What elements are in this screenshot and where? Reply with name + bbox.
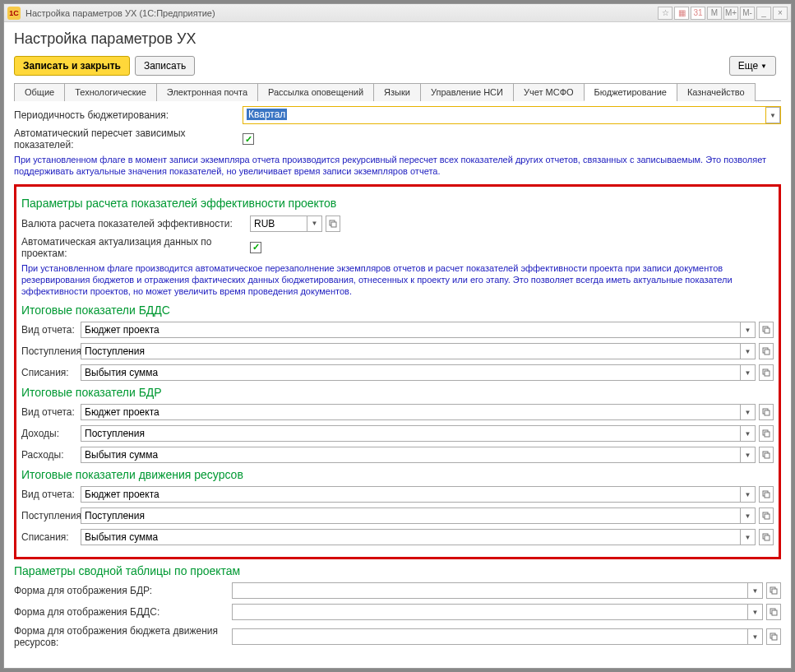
open-button[interactable] — [766, 604, 781, 620]
dropdown-icon[interactable]: ▼ — [748, 582, 763, 599]
chevron-down-icon: ▼ — [760, 63, 767, 70]
bdds-out-input[interactable] — [81, 364, 741, 381]
bdr-out-label: Расходы: — [21, 449, 81, 461]
bdds-in-input[interactable] — [81, 343, 741, 359]
open-button[interactable] — [759, 364, 774, 381]
open-button[interactable] — [759, 425, 774, 442]
app-logo: 1C — [7, 7, 21, 20]
bdr-out-input[interactable] — [81, 447, 741, 463]
dropdown-icon[interactable]: ▼ — [741, 529, 756, 545]
svg-rect-17 — [765, 514, 770, 519]
dropdown-icon[interactable]: ▼ — [741, 343, 756, 359]
star-icon[interactable]: ☆ — [658, 7, 673, 20]
summary-bdds-input[interactable] — [232, 604, 748, 620]
dropdown-icon[interactable]: ▼ — [741, 322, 756, 338]
resmove-out-label: Списания: — [21, 531, 81, 543]
currency-input[interactable] — [250, 216, 307, 232]
tab-nsi[interactable]: Управление НСИ — [420, 83, 514, 101]
auto-recalc-checkbox[interactable]: ✓ — [243, 133, 254, 145]
tab-email[interactable]: Электронная почта — [156, 83, 258, 101]
svg-rect-25 — [772, 635, 777, 640]
summary-bdr-input[interactable] — [232, 582, 748, 599]
section-title-summary: Параметры сводной таблицы по проектам — [14, 564, 781, 577]
calculator-icon[interactable]: ▦ — [674, 7, 689, 20]
currency-label: Валюта расчета показателей эффективности… — [21, 218, 250, 229]
periodicity-label: Периодичность бюджетирования: — [14, 109, 243, 121]
svg-rect-15 — [765, 493, 770, 498]
open-button[interactable] — [766, 582, 781, 599]
dropdown-icon[interactable]: ▼ — [741, 486, 756, 503]
tab-bar: Общие Технологические Электронная почта … — [14, 82, 781, 101]
svg-rect-11 — [765, 432, 770, 437]
app-window: 1C Настройка параметров УХ (1С:Предприят… — [3, 3, 792, 669]
open-button[interactable] — [766, 628, 781, 645]
svg-rect-3 — [765, 328, 770, 333]
open-button[interactable] — [759, 486, 774, 503]
dropdown-icon[interactable]: ▼ — [741, 404, 756, 420]
periodicity-field[interactable]: Квартал ▼ — [243, 106, 781, 124]
svg-rect-13 — [765, 453, 770, 458]
tab-languages[interactable]: Языки — [373, 83, 421, 101]
bdds-in-label: Поступления: — [21, 345, 81, 357]
periodicity-dropdown-icon[interactable]: ▼ — [765, 107, 780, 123]
tab-common[interactable]: Общие — [14, 83, 65, 101]
resmove-report-label: Вид отчета: — [21, 489, 81, 500]
close-button[interactable]: × — [773, 7, 788, 20]
write-and-close-button[interactable]: Записать и закрыть — [14, 56, 130, 76]
bdr-report-input[interactable] — [81, 404, 741, 420]
bdr-in-input[interactable] — [81, 425, 741, 442]
auto-actualize-label: Автоматическая актуализация данных по пр… — [21, 236, 250, 259]
svg-rect-21 — [772, 589, 777, 594]
currency-field[interactable]: ▼ — [250, 216, 322, 232]
resmove-out-input[interactable] — [81, 529, 741, 545]
tab-msfo[interactable]: Учет МСФО — [513, 83, 585, 101]
tab-budgeting[interactable]: Бюджетирование — [584, 83, 677, 101]
mem-mplus-button[interactable]: M+ — [723, 7, 738, 20]
open-button[interactable] — [759, 343, 774, 359]
open-button[interactable] — [759, 322, 774, 338]
calendar-icon[interactable]: 31 — [691, 7, 705, 20]
more-button[interactable]: Еще▼ — [729, 56, 776, 76]
auto-actualize-checkbox[interactable]: ✓ — [250, 242, 261, 253]
auto-recalc-label: Автоматический пересчет зависимых показа… — [14, 127, 243, 151]
summary-res-input[interactable] — [232, 628, 748, 645]
open-button[interactable] — [759, 529, 774, 545]
mem-mminus-button[interactable]: M- — [740, 7, 755, 20]
dropdown-icon[interactable]: ▼ — [741, 364, 756, 381]
periodicity-value: Квартал — [247, 109, 287, 120]
mem-m-button[interactable]: M — [707, 7, 722, 20]
resmove-in-input[interactable] — [81, 507, 741, 524]
dropdown-icon[interactable]: ▼ — [748, 604, 763, 620]
bdr-report-label: Вид отчета: — [21, 406, 81, 418]
bdr-in-label: Доходы: — [21, 428, 81, 439]
section-title-bdds: Итоговые показатели БДДС — [21, 304, 774, 317]
summary-res-label: Форма для отображения бюджета движения р… — [14, 625, 232, 648]
write-button[interactable]: Записать — [135, 56, 195, 76]
dropdown-icon[interactable]: ▼ — [741, 425, 756, 442]
titlebar: 1C Настройка параметров УХ (1С:Предприят… — [4, 4, 791, 22]
currency-dropdown-icon[interactable]: ▼ — [307, 216, 322, 232]
resmove-report-input[interactable] — [81, 486, 741, 503]
window-title: Настройка параметров УХ (1С:Предприятие) — [25, 8, 656, 18]
help-text-actualize: При установленном флаге производится авт… — [21, 262, 774, 298]
section-title-resmove: Итоговые показатели движения ресурсов — [21, 468, 774, 481]
open-button[interactable] — [759, 404, 774, 420]
open-button[interactable] — [759, 507, 774, 524]
summary-bdds-label: Форма для отображения БДДС: — [14, 606, 232, 618]
tab-tech[interactable]: Технологические — [64, 83, 157, 101]
minimize-button[interactable]: _ — [756, 7, 771, 20]
section-title-efficiency: Параметры расчета показателей эффективно… — [21, 197, 774, 210]
svg-rect-5 — [765, 350, 770, 355]
tab-treasury[interactable]: Казначейство — [677, 83, 756, 101]
bdds-report-input[interactable] — [81, 322, 741, 338]
page-title: Настройка параметров УХ — [14, 30, 781, 48]
toolbar: Записать и закрыть Записать Еще▼ — [14, 56, 781, 76]
dropdown-icon[interactable]: ▼ — [741, 447, 756, 463]
dropdown-icon[interactable]: ▼ — [741, 507, 756, 524]
currency-open-button[interactable] — [326, 216, 340, 232]
tab-notifications[interactable]: Рассылка оповещений — [257, 83, 374, 101]
svg-rect-23 — [772, 610, 777, 615]
help-text-recalc: При установленном флаге в момент записи … — [14, 154, 781, 178]
open-button[interactable] — [759, 447, 774, 463]
dropdown-icon[interactable]: ▼ — [748, 628, 763, 645]
